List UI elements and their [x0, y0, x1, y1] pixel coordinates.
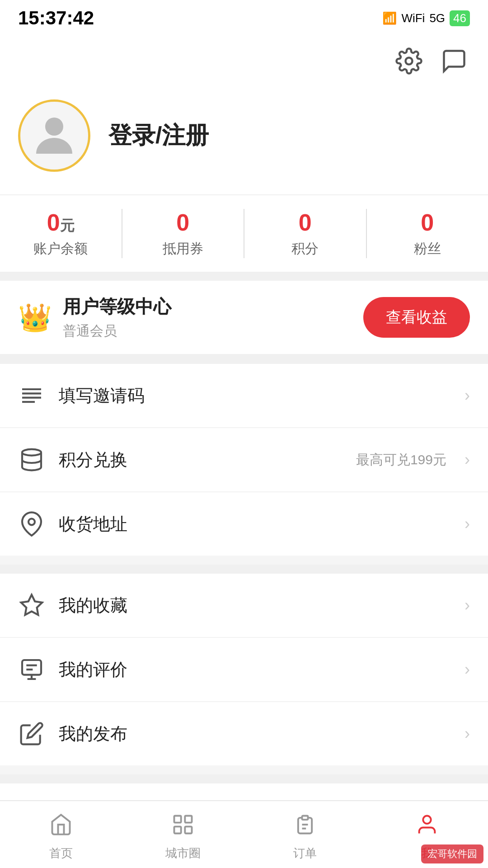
nav-home[interactable]: 首页 — [0, 808, 122, 861]
menu-item-favorites[interactable]: 我的收藏 › — [0, 574, 488, 638]
nav-orders-label: 订单 — [293, 845, 317, 861]
nav-mine-label: 我 — [421, 845, 433, 861]
wifi-icon: WiFi — [401, 11, 425, 25]
reviews-label: 我的评价 — [59, 658, 446, 681]
database-icon — [18, 446, 45, 473]
stat-points-label: 积分 — [291, 240, 319, 258]
stat-fans[interactable]: 0 粉丝 — [367, 209, 488, 258]
crown-icon: 👑 — [18, 302, 52, 334]
level-info-left: 👑 用户等级中心 普通会员 — [18, 294, 171, 340]
level-title: 用户等级中心 — [63, 294, 171, 319]
nav-circle-label: 城市圈 — [165, 845, 201, 861]
points-redeem-label: 积分兑换 — [59, 448, 343, 472]
nav-orders[interactable]: 订单 — [244, 808, 366, 861]
svg-point-6 — [22, 449, 41, 456]
svg-point-0 — [406, 58, 413, 65]
message-button[interactable] — [438, 45, 470, 77]
stat-fans-value: 0 — [421, 209, 434, 236]
avatar[interactable] — [18, 99, 90, 172]
status-time: 15:37:42 — [18, 7, 94, 29]
star-icon — [18, 592, 45, 619]
menu-item-invite-code[interactable]: 填写邀请码 › — [0, 364, 488, 428]
svg-rect-19 — [174, 816, 181, 822]
nav-home-label: 首页 — [49, 845, 73, 861]
stat-points-value: 0 — [299, 209, 312, 236]
stat-balance-value: 0元 — [47, 209, 75, 236]
menu-section-1: 填写邀请码 › 积分兑换 最高可兑199元 › 收货地址 › — [0, 364, 488, 556]
level-card: 👑 用户等级中心 普通会员 查看收益 — [0, 281, 488, 355]
favorites-label: 我的收藏 — [59, 594, 446, 617]
menu-item-address[interactable]: 收货地址 › — [0, 492, 488, 556]
nav-mine[interactable]: 我 — [366, 808, 488, 861]
svg-point-7 — [28, 519, 35, 525]
location-icon — [18, 510, 45, 538]
bottom-nav: 首页 城市圈 订单 我 — [0, 800, 488, 868]
stat-points[interactable]: 0 积分 — [244, 209, 367, 258]
stat-fans-label: 粉丝 — [414, 240, 441, 258]
svg-rect-20 — [185, 816, 192, 822]
svg-marker-8 — [21, 595, 42, 615]
svg-point-1 — [45, 118, 63, 136]
divider-2 — [0, 355, 488, 364]
menu-item-reviews[interactable]: 我的评价 › — [0, 638, 488, 702]
publish-label: 我的发布 — [59, 722, 446, 745]
menu-item-points-redeem[interactable]: 积分兑换 最高可兑199元 › — [0, 428, 488, 492]
menu-section-2: 我的收藏 › 我的评价 › 我的发布 › — [0, 574, 488, 765]
signal-5g-icon: 5G — [429, 11, 445, 25]
battery-icon: 46 — [450, 10, 470, 26]
circle-icon — [171, 813, 195, 842]
stat-balance[interactable]: 0元 账户余额 — [0, 209, 122, 258]
login-button[interactable]: 登录/注册 — [108, 120, 209, 151]
orders-icon — [293, 813, 317, 842]
level-subtitle: 普通会员 — [63, 322, 171, 340]
svg-point-26 — [423, 816, 431, 823]
stat-coupon-label: 抵用券 — [163, 240, 203, 258]
svg-rect-9 — [22, 660, 41, 675]
address-label: 收货地址 — [59, 513, 446, 536]
settings-button[interactable] — [393, 45, 425, 77]
arrow-icon: › — [465, 724, 470, 743]
level-info: 用户等级中心 普通会员 — [63, 294, 171, 340]
divider-1 — [0, 272, 488, 281]
arrow-icon: › — [465, 660, 470, 679]
header — [0, 36, 488, 90]
comment-icon — [18, 656, 45, 683]
svg-rect-23 — [302, 816, 308, 820]
stat-coupon[interactable]: 0 抵用券 — [122, 209, 245, 258]
svg-rect-22 — [185, 826, 192, 833]
menu-item-publish[interactable]: 我的发布 › — [0, 702, 488, 765]
invite-code-label: 填写邀请码 — [59, 384, 446, 407]
arrow-icon: › — [465, 386, 470, 405]
sim-icon: 📶 — [382, 11, 397, 25]
mine-icon — [415, 813, 439, 842]
divider-3 — [0, 565, 488, 574]
list-icon — [18, 382, 45, 409]
edit-icon — [18, 720, 45, 747]
status-icons: 📶 WiFi 5G 46 — [382, 10, 470, 26]
stat-coupon-value: 0 — [176, 209, 189, 236]
arrow-icon: › — [465, 450, 470, 469]
nav-circle[interactable]: 城市圈 — [122, 808, 244, 861]
points-redeem-hint: 最高可兑199元 — [356, 451, 446, 469]
arrow-icon: › — [465, 596, 470, 615]
view-earnings-button[interactable]: 查看收益 — [363, 297, 470, 338]
divider-4 — [0, 774, 488, 783]
home-icon — [49, 813, 73, 842]
status-bar: 15:37:42 📶 WiFi 5G 46 — [0, 0, 488, 36]
svg-rect-21 — [174, 826, 181, 833]
stat-balance-label: 账户余额 — [33, 240, 88, 258]
arrow-icon: › — [465, 514, 470, 533]
profile-section: 登录/注册 — [0, 90, 488, 194]
stats-row: 0元 账户余额 0 抵用券 0 积分 0 粉丝 — [0, 194, 488, 272]
